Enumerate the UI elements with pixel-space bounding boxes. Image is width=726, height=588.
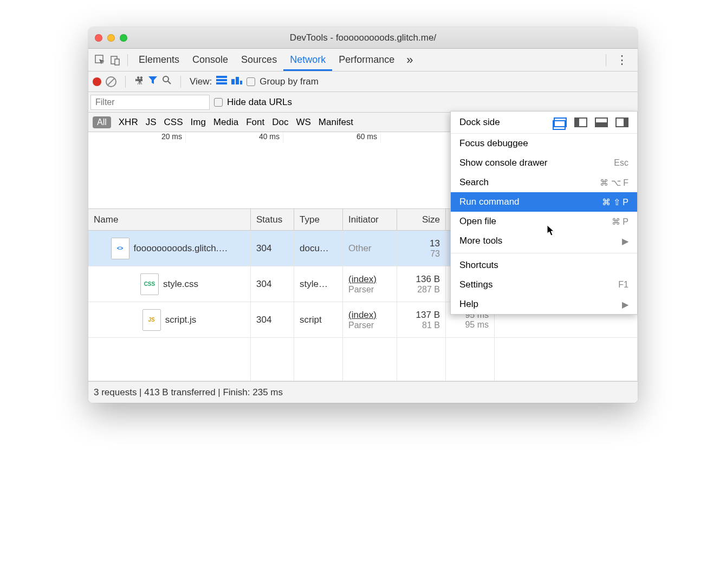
timeline-tick: 40 ms: [186, 132, 283, 143]
svg-rect-9: [236, 77, 239, 84]
request-initiator: Other: [343, 231, 397, 266]
menu-item-label: Open file: [459, 216, 496, 227]
menu-item-label: Settings: [459, 279, 492, 290]
timeline-tick: 60 ms: [283, 132, 381, 143]
tab-elements[interactable]: Elements: [132, 49, 186, 71]
divider: [606, 54, 606, 66]
status-bar: 3 requests | 413 B transferred | Finish:…: [88, 381, 638, 403]
col-name[interactable]: Name: [88, 209, 251, 230]
menu-item-shortcut: ⌘ P: [612, 217, 628, 227]
col-status[interactable]: Status: [251, 209, 294, 230]
menu-item-search[interactable]: Search⌘ ⌥ F: [451, 173, 637, 192]
request-name: script.js: [165, 315, 197, 325]
request-initiator: (index)Parser: [343, 266, 397, 302]
menu-item-help[interactable]: Help▶: [451, 295, 637, 314]
group-by-frame-label: Group by fram: [260, 76, 319, 87]
window-title: DevTools - fooooooooods.glitch.me/: [88, 32, 638, 43]
request-type: docu…: [294, 231, 343, 266]
status-text: 3 requests | 413 B transferred | Finish:…: [94, 387, 283, 398]
svg-rect-7: [216, 82, 227, 84]
menu-item-shortcut: Esc: [614, 158, 628, 168]
tab-network[interactable]: Network: [283, 49, 332, 71]
tab-console[interactable]: Console: [186, 49, 235, 71]
menu-item-run-command[interactable]: Run command⌘ ⇧ P: [451, 192, 637, 212]
request-size: 137 B81 B: [397, 302, 446, 337]
col-size[interactable]: Size: [397, 209, 446, 230]
element-picker-icon[interactable]: [93, 53, 108, 68]
svg-rect-10: [240, 81, 242, 84]
clear-button[interactable]: [106, 76, 116, 87]
minimize-window-button[interactable]: [107, 34, 115, 42]
col-initiator[interactable]: Initiator: [343, 209, 397, 230]
record-button[interactable]: [93, 77, 101, 86]
filter-input[interactable]: [90, 95, 210, 110]
svg-point-3: [163, 76, 168, 82]
hide-data-urls-checkbox[interactable]: [214, 98, 223, 107]
dock-undock-icon[interactable]: [554, 117, 567, 127]
kebab-menu-icon[interactable]: ⋮: [611, 53, 633, 67]
menu-item-show-console-drawer[interactable]: Show console drawerEsc: [451, 153, 637, 173]
menu-item-label: Focus debuggee: [459, 138, 528, 149]
request-initiator: (index)Parser: [343, 302, 397, 337]
menu-item-label: Run command: [459, 197, 520, 207]
dock-left-icon[interactable]: [574, 117, 587, 127]
col-type[interactable]: Type: [294, 209, 343, 230]
large-rows-icon[interactable]: [216, 76, 227, 87]
maximize-window-button[interactable]: [120, 34, 127, 42]
file-type-icon: JS: [142, 309, 161, 331]
filter-doc[interactable]: Doc: [272, 117, 288, 128]
filter-font[interactable]: Font: [246, 117, 264, 128]
request-status: 304: [251, 266, 294, 302]
file-type-icon: <>: [111, 238, 129, 259]
menu-item-label: Show console drawer: [459, 158, 548, 168]
menu-item-more-tools[interactable]: More tools▶: [451, 231, 637, 251]
device-toggle-icon[interactable]: [108, 53, 123, 68]
main-menu-popup: Dock side Focus debuggeeShow console dra…: [450, 111, 638, 315]
filter-css[interactable]: CSS: [164, 117, 183, 128]
menu-item-label: Search: [459, 177, 489, 188]
dock-right-icon[interactable]: [615, 117, 628, 127]
divider: [125, 76, 126, 88]
filter-all[interactable]: All: [93, 116, 111, 128]
search-icon[interactable]: [162, 75, 172, 88]
dock-bottom-icon[interactable]: [595, 117, 608, 127]
filter-media[interactable]: Media: [213, 117, 238, 128]
devtools-window: DevTools - fooooooooods.glitch.me/ Eleme…: [88, 27, 638, 403]
menu-item-label: Help: [459, 299, 478, 310]
menu-item-shortcuts[interactable]: Shortcuts: [451, 256, 637, 275]
tab-performance[interactable]: Performance: [332, 49, 401, 71]
menu-item-focus-debuggee[interactable]: Focus debuggee: [451, 134, 637, 153]
request-name: style.css: [163, 279, 198, 290]
request-size: 136 B287 B: [397, 266, 446, 302]
svg-rect-6: [216, 79, 227, 81]
request-name: fooooooooods.glitch.…: [134, 243, 228, 254]
main-tabbar: ElementsConsoleSourcesNetworkPerformance…: [88, 49, 638, 71]
divider: [127, 54, 128, 66]
menu-item-label: More tools: [459, 236, 502, 246]
filter-js[interactable]: JS: [146, 117, 157, 128]
request-size: 1373: [397, 231, 446, 266]
menu-item-label: Shortcuts: [459, 260, 498, 271]
menu-item-shortcut: ⌘ ⌥ F: [600, 178, 628, 188]
more-tabs-icon[interactable]: »: [401, 53, 418, 67]
filter-bar: Hide data URLs: [88, 92, 638, 113]
close-window-button[interactable]: [95, 34, 102, 42]
group-by-frame-checkbox[interactable]: [247, 77, 255, 86]
timeline-tick: 20 ms: [88, 132, 186, 143]
divider: [180, 76, 181, 88]
filter-xhr[interactable]: XHR: [119, 117, 138, 128]
menu-item-settings[interactable]: SettingsF1: [451, 275, 637, 295]
camera-icon[interactable]: 🎥︎: [134, 76, 144, 87]
dock-side-row: Dock side: [451, 112, 637, 134]
titlebar: DevTools - fooooooooods.glitch.me/: [88, 27, 638, 49]
menu-item-open-file[interactable]: Open file⌘ P: [451, 212, 637, 231]
tab-sources[interactable]: Sources: [235, 49, 283, 71]
menu-item-shortcut: F1: [618, 280, 628, 290]
filter-manifest[interactable]: Manifest: [319, 117, 353, 128]
filter-ws[interactable]: WS: [296, 117, 310, 128]
network-toolbar: 🎥︎ View: Group by fram: [88, 71, 638, 92]
svg-rect-8: [231, 79, 235, 84]
filter-icon[interactable]: [148, 75, 158, 88]
filter-img[interactable]: Img: [191, 117, 206, 128]
overview-icon[interactable]: [231, 76, 242, 87]
